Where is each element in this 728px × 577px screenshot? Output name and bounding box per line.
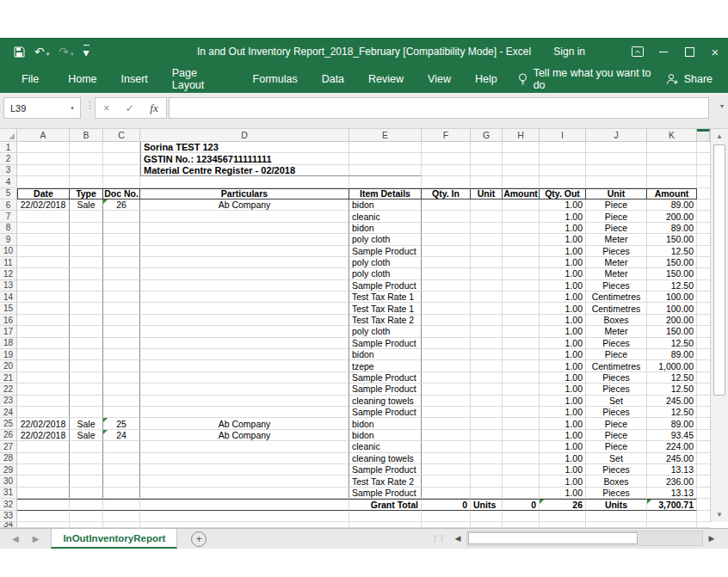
- cell-B24[interactable]: [70, 407, 103, 418]
- cell-J26[interactable]: Piece: [586, 430, 647, 441]
- cell-B28[interactable]: [70, 453, 103, 464]
- cell-K23[interactable]: 245.00: [647, 396, 697, 407]
- cell-H5[interactable]: Amount: [503, 188, 540, 199]
- cell-G18[interactable]: [471, 338, 503, 349]
- cell-J24[interactable]: Pieces: [586, 407, 647, 418]
- cell-D3[interactable]: Material Centre Register - 02/2018: [140, 165, 349, 176]
- cell-E27[interactable]: cleanic: [349, 441, 422, 452]
- cell-H27[interactable]: [503, 441, 540, 452]
- cell-E31[interactable]: Sample Product: [349, 488, 422, 499]
- cell-A11[interactable]: [17, 257, 70, 268]
- cell-F33[interactable]: [422, 511, 471, 522]
- cell-L27-partial[interactable]: [697, 441, 710, 452]
- cell-D28[interactable]: [140, 453, 349, 464]
- cell-A20[interactable]: [17, 360, 70, 371]
- cell-A31[interactable]: [17, 488, 70, 499]
- cell-I17[interactable]: 1.00: [540, 326, 586, 337]
- cell-K14[interactable]: 100.00: [647, 292, 697, 303]
- row-header-7[interactable]: 7: [0, 211, 17, 222]
- cell-L2-partial[interactable]: [697, 153, 710, 164]
- cell-D12[interactable]: [140, 268, 349, 279]
- cell-G8[interactable]: [471, 223, 503, 234]
- cell-I10[interactable]: 1.00: [540, 246, 586, 257]
- cell-D10[interactable]: [140, 246, 349, 257]
- cell-I22[interactable]: 1.00: [540, 384, 586, 395]
- cell-K27[interactable]: 224.00: [647, 441, 697, 452]
- cell-B6[interactable]: Sale: [70, 199, 103, 211]
- cell-I31[interactable]: 1.00: [540, 488, 586, 499]
- cell-H19[interactable]: [503, 349, 540, 360]
- ribbon-tab-help[interactable]: Help: [463, 65, 509, 93]
- cell-D8[interactable]: [140, 223, 349, 234]
- cell-J16[interactable]: Boxes: [586, 315, 647, 326]
- cell-I13[interactable]: 1.00: [540, 280, 586, 292]
- cell-F22[interactable]: [422, 384, 471, 395]
- cell-C6[interactable]: 26: [103, 199, 140, 211]
- cell-J13[interactable]: Pieces: [586, 280, 647, 292]
- cell-F13[interactable]: [422, 280, 471, 292]
- cell-C32[interactable]: [103, 499, 140, 510]
- cell-H6[interactable]: [503, 199, 540, 211]
- row-header-5[interactable]: 5: [0, 188, 17, 199]
- cell-I21[interactable]: 1.00: [540, 372, 586, 384]
- cell-B26[interactable]: Sale: [70, 430, 103, 441]
- cell-D22[interactable]: [140, 384, 349, 395]
- cell-G12[interactable]: [471, 268, 503, 279]
- cell-C25[interactable]: 25: [103, 418, 140, 429]
- cell-H4[interactable]: [503, 176, 540, 187]
- scroll-up-icon[interactable]: ▲: [711, 130, 728, 143]
- row-header-32[interactable]: 32: [0, 499, 17, 510]
- cell-F29[interactable]: [422, 464, 471, 476]
- cell-F17[interactable]: [422, 326, 471, 337]
- cell-H21[interactable]: [503, 372, 540, 384]
- cell-A6[interactable]: 22/02/2018: [17, 199, 70, 211]
- cell-D30[interactable]: [140, 476, 349, 487]
- cell-A22[interactable]: [17, 384, 70, 395]
- cell-I26[interactable]: 1.00: [540, 430, 586, 441]
- cell-B31[interactable]: [70, 488, 103, 499]
- cell-G5[interactable]: Unit: [471, 188, 503, 199]
- cell-E15[interactable]: Test Tax Rate 1: [349, 303, 422, 314]
- cell-G26[interactable]: [471, 430, 503, 441]
- name-box-dropdown-icon[interactable]: ▾: [64, 105, 80, 112]
- cell-H32[interactable]: 0: [503, 499, 540, 510]
- cell-J22[interactable]: Pieces: [586, 384, 647, 395]
- cell-I6[interactable]: 1.00: [540, 199, 586, 211]
- sheet-nav-right-icon[interactable]: ▶: [33, 534, 40, 543]
- cell-A13[interactable]: [17, 280, 70, 292]
- cell-L16-partial[interactable]: [697, 315, 710, 326]
- ribbon-tab-review[interactable]: Review: [356, 65, 416, 93]
- cell-F26[interactable]: [422, 430, 471, 441]
- cell-C12[interactable]: [103, 268, 140, 279]
- cell-K33[interactable]: [647, 511, 697, 522]
- cell-J18[interactable]: Pieces: [586, 338, 647, 349]
- row-header-3[interactable]: 3: [0, 165, 17, 176]
- cell-A10[interactable]: [17, 246, 70, 257]
- cell-C15[interactable]: [103, 303, 140, 314]
- column-header-H[interactable]: H: [503, 129, 540, 142]
- cell-J15[interactable]: Centimetres: [586, 303, 647, 314]
- cell-B3[interactable]: [70, 165, 103, 176]
- cell-J31[interactable]: Pieces: [586, 488, 647, 499]
- cell-H34[interactable]: [503, 522, 540, 528]
- cell-I7[interactable]: 1.00: [540, 211, 586, 222]
- cell-H31[interactable]: [503, 488, 540, 499]
- cell-C24[interactable]: [103, 407, 140, 418]
- insert-function-icon[interactable]: fx: [150, 101, 157, 115]
- cell-K9[interactable]: 150.00: [647, 234, 697, 245]
- close-button[interactable]: ×: [702, 38, 728, 65]
- cell-H3[interactable]: [503, 165, 540, 176]
- row-header-18[interactable]: 18: [0, 338, 17, 349]
- cell-A32[interactable]: [17, 499, 70, 510]
- cell-E25[interactable]: bidon: [349, 418, 422, 429]
- cell-I8[interactable]: 1.00: [540, 223, 586, 234]
- cell-I15[interactable]: 1.00: [540, 303, 586, 314]
- cell-C10[interactable]: [103, 246, 140, 257]
- cell-J32[interactable]: Units: [586, 499, 647, 510]
- cell-L12-partial[interactable]: [697, 268, 710, 279]
- cell-C21[interactable]: [103, 372, 140, 384]
- cell-B9[interactable]: [70, 234, 103, 245]
- cell-C31[interactable]: [103, 488, 140, 499]
- cell-E20[interactable]: tzepe: [349, 360, 422, 371]
- cell-B17[interactable]: [70, 326, 103, 337]
